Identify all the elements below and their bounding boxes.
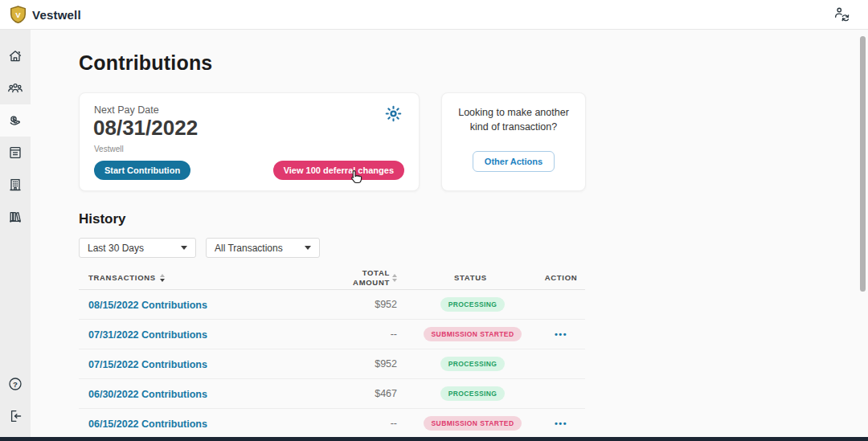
- table-row: 06/30/2022 Contributions $467 PROCESSING: [79, 379, 585, 409]
- sidebar-item-documents[interactable]: [0, 201, 31, 233]
- shield-logo-icon: V: [10, 6, 27, 24]
- other-actions-card: Looking to make another kind of transact…: [441, 92, 586, 191]
- status-badge: SUBMISSION STARTED: [424, 327, 522, 341]
- sidebar-item-home[interactable]: [0, 40, 31, 72]
- sort-icon: [160, 274, 165, 282]
- svg-text:?: ?: [13, 380, 18, 389]
- amount-value: --: [328, 329, 408, 340]
- vestwell-logo[interactable]: V Vestwell: [10, 6, 81, 24]
- table-body: 08/15/2022 Contributions $952 PROCESSING…: [79, 290, 585, 439]
- status-badge: SUBMISSION STARTED: [424, 416, 522, 431]
- sidebar-item-logout[interactable]: [0, 400, 31, 432]
- start-contribution-button[interactable]: Start Contribution: [94, 161, 190, 180]
- building-icon: [7, 177, 23, 193]
- scrollbar-thumb[interactable]: [860, 36, 866, 292]
- bottom-bar: [0, 437, 868, 441]
- history-title: History: [79, 211, 126, 227]
- page-title: Contributions: [79, 51, 212, 75]
- sidebar-item-contributions[interactable]: [0, 104, 31, 137]
- sun-gear-icon: [384, 104, 403, 123]
- sidebar-item-company[interactable]: [0, 169, 31, 201]
- sidebar-nav: ?: [0, 30, 31, 441]
- next-pay-date-label: Next Pay Date: [94, 104, 159, 116]
- hand-coin-icon: [7, 112, 23, 129]
- amount-value: $952: [328, 358, 408, 370]
- sort-icon: [392, 274, 397, 282]
- amount-value: $952: [328, 299, 408, 310]
- history-table: TRANSACTIONS TOTAL AMOUNT STATUS ACTION …: [79, 266, 585, 439]
- more-actions-button[interactable]: •••: [537, 419, 585, 428]
- chevron-down-icon: [181, 246, 187, 250]
- chevron-down-icon: [305, 246, 311, 250]
- next-pay-date-card: Next Pay Date 08/31/2022 Vestwell Start …: [79, 92, 420, 191]
- column-header-status: STATUS: [408, 273, 537, 282]
- transaction-link[interactable]: 07/15/2022 Contributions: [88, 359, 207, 370]
- status-badge: PROCESSING: [440, 297, 506, 312]
- svg-text:V: V: [15, 10, 21, 18]
- ledger-icon: [7, 145, 23, 161]
- table-header-row: TRANSACTIONS TOTAL AMOUNT STATUS ACTION: [79, 266, 585, 290]
- other-actions-message: Looking to make another kind of transact…: [452, 106, 575, 134]
- amount-value: --: [328, 418, 408, 429]
- column-header-transactions[interactable]: TRANSACTIONS: [79, 273, 328, 282]
- company-name: Vestwell: [94, 145, 124, 153]
- column-header-total-amount[interactable]: TOTAL AMOUNT: [328, 268, 408, 288]
- user-switch-icon[interactable]: [826, 2, 857, 27]
- table-row: 08/15/2022 Contributions $952 PROCESSING: [79, 290, 585, 320]
- help-icon: ?: [7, 376, 23, 392]
- home-icon: [7, 48, 23, 64]
- sidebar-item-participants[interactable]: [0, 72, 31, 104]
- status-badge: PROCESSING: [440, 357, 506, 371]
- date-range-filter[interactable]: Last 30 Days: [79, 238, 196, 258]
- more-actions-button[interactable]: •••: [537, 329, 585, 339]
- transaction-link[interactable]: 06/30/2022 Contributions: [88, 389, 207, 400]
- table-row: 07/31/2022 Contributions -- SUBMISSION S…: [79, 320, 585, 349]
- next-pay-date-value: 08/31/2022: [93, 116, 198, 141]
- sidebar-item-statements[interactable]: [0, 137, 31, 169]
- logout-icon: [7, 408, 23, 424]
- books-icon: [7, 209, 23, 225]
- transaction-link[interactable]: 07/31/2022 Contributions: [88, 329, 207, 341]
- table-row: 06/15/2022 Contributions -- SUBMISSION S…: [79, 409, 585, 439]
- other-actions-button[interactable]: Other Actions: [473, 151, 555, 172]
- sidebar-item-help[interactable]: ?: [0, 368, 31, 400]
- brand-name: Vestwell: [32, 8, 81, 22]
- date-range-value: Last 30 Days: [88, 243, 144, 254]
- transaction-type-filter[interactable]: All Transactions: [206, 238, 320, 258]
- transaction-link[interactable]: 06/15/2022 Contributions: [88, 419, 207, 430]
- view-deferral-changes-button[interactable]: View 100 deferral changes: [273, 161, 404, 180]
- history-filters: Last 30 Days All Transactions: [79, 238, 320, 258]
- column-header-action: ACTION: [537, 273, 585, 282]
- top-bar: V Vestwell: [0, 0, 868, 30]
- status-badge: PROCESSING: [440, 386, 506, 401]
- table-row: 07/15/2022 Contributions $952 PROCESSING: [79, 349, 585, 379]
- transaction-link[interactable]: 08/15/2022 Contributions: [88, 300, 207, 311]
- transaction-type-value: All Transactions: [215, 243, 283, 254]
- amount-value: $467: [328, 388, 408, 399]
- users-icon: [7, 80, 23, 96]
